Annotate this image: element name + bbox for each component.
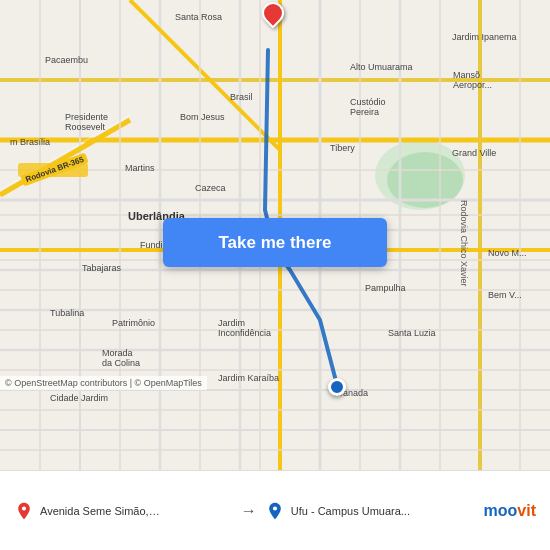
bottom-bar: Avenida Seme Simão, 22... → Ufu - Campus… — [0, 470, 550, 550]
map-attribution: © OpenStreetMap contributors | © OpenMap… — [0, 376, 207, 390]
label-rodovia-chico-xavier: Rodovia Chico Xavier — [459, 200, 469, 287]
label-patrimonio: Patrimônio — [112, 318, 155, 328]
label-santa-luzia: Santa Luzia — [388, 328, 436, 338]
label-m-brasilia: m Brasília — [10, 137, 50, 147]
label-pampulha: Pampulha — [365, 283, 406, 293]
arrow-icon: → — [241, 502, 257, 520]
label-jardim-ipanema: Jardim Ipanema — [452, 32, 517, 42]
destination-text: Ufu - Campus Umuara... — [291, 505, 410, 517]
label-jardim-karaiba: Jardim Karaíba — [218, 373, 279, 383]
moovit-text: moovit — [484, 502, 536, 520]
map-container[interactable]: Santa Rosa Pacaembu PresidenteRoosevelt … — [0, 0, 550, 470]
label-cazeca: Cazeca — [195, 183, 226, 193]
destination-pin — [262, 2, 284, 30]
label-pacaembu: Pacaembu — [45, 55, 88, 65]
svg-point-41 — [22, 506, 26, 510]
label-tabajaras: Tabajaras — [82, 263, 121, 273]
svg-point-43 — [273, 506, 277, 510]
label-custodio-pereira: CustódioPereira — [350, 97, 386, 117]
origin-pin-icon — [14, 501, 34, 521]
label-presidente-roosevelt: PresidenteRoosevelt — [65, 112, 108, 132]
destination-pin-icon — [265, 501, 285, 521]
label-santa-rosa: Santa Rosa — [175, 12, 222, 22]
origin-pin — [328, 378, 346, 396]
label-grand-ville: Grand Ville — [452, 148, 496, 158]
label-jardim-inconfidencia: JardimInconfidência — [218, 318, 271, 338]
label-brasil: Brasil — [230, 92, 253, 102]
label-novo-m: Novo M... — [488, 248, 527, 258]
label-martins: Martins — [125, 163, 155, 173]
label-cidade-jardim: Cidade Jardim — [50, 393, 108, 403]
label-bom-jesus: Bom Jesus — [180, 112, 225, 122]
destination-location: Ufu - Campus Umuara... — [265, 501, 484, 521]
take-me-there-button[interactable]: Take me there — [163, 218, 387, 267]
moovit-logo: moovit — [484, 502, 536, 520]
label-bem-v: Bem V... — [488, 290, 522, 300]
app: Santa Rosa Pacaembu PresidenteRoosevelt … — [0, 0, 550, 550]
label-alto-umuarama: Alto Umuarama — [350, 62, 413, 72]
label-morada-colina: Moradada Colina — [102, 348, 140, 368]
label-tibery: Tibery — [330, 143, 355, 153]
label-mansao-aeroporto: MansõAeropor... — [453, 70, 492, 90]
origin-text: Avenida Seme Simão, 22... — [40, 505, 160, 517]
label-tubalina: Tubalina — [50, 308, 84, 318]
origin-location: Avenida Seme Simão, 22... — [14, 501, 233, 521]
